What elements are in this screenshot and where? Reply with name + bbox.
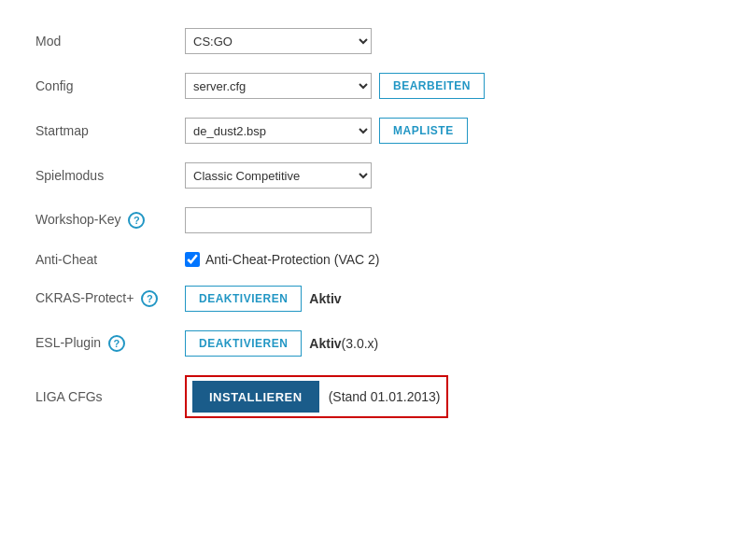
ckras-status: Aktiv — [309, 291, 341, 306]
mod-select[interactable]: CS:GO CS:S TF2 — [185, 28, 372, 54]
workshop-key-label: Workshop-Key — [35, 212, 121, 227]
startmap-label: Startmap — [35, 123, 89, 138]
ckras-protect-label: CKRAS-Protect+ — [35, 290, 134, 305]
startmap-select[interactable]: de_dust2.bsp de_inferno.bsp de_nuke.bsp — [185, 118, 372, 144]
workshop-key-input[interactable] — [185, 207, 372, 233]
maplist-button[interactable]: MAPLISTE — [379, 118, 468, 144]
liga-stand-text: (Stand 01.01.2013) — [329, 389, 441, 404]
esl-status: Aktiv(3.0.x) — [309, 336, 378, 351]
esl-deactivate-button[interactable]: DEAKTIVIEREN — [185, 330, 302, 357]
anti-cheat-checkbox-label[interactable]: Anti-Cheat-Protection (VAC 2) — [185, 252, 379, 267]
spielmodus-select[interactable]: Classic Competitive Classic Casual Arms … — [185, 162, 372, 189]
esl-plugin-help-icon[interactable]: ? — [108, 335, 125, 352]
config-select[interactable]: server.cfg default.cfg — [185, 73, 372, 99]
config-label: Config — [35, 78, 73, 93]
ckras-protect-help-icon[interactable]: ? — [141, 290, 158, 307]
esl-plugin-label: ESL-Plugin — [35, 335, 101, 350]
spielmodus-label: Spielmodus — [35, 168, 104, 183]
ckras-deactivate-button[interactable]: DEAKTIVIEREN — [185, 286, 302, 312]
workshop-key-help-icon[interactable]: ? — [128, 212, 145, 229]
config-edit-button[interactable]: BEARBEITEN — [379, 73, 485, 99]
anti-cheat-checkbox[interactable] — [185, 252, 200, 267]
liga-cfgs-label: LIGA CFGs — [35, 389, 103, 404]
mod-label: Mod — [35, 34, 61, 49]
anti-cheat-label: Anti-Cheat — [35, 252, 97, 267]
anti-cheat-text: Anti-Cheat-Protection (VAC 2) — [205, 252, 379, 267]
liga-install-button[interactable]: INSTALLIEREN — [192, 381, 319, 413]
